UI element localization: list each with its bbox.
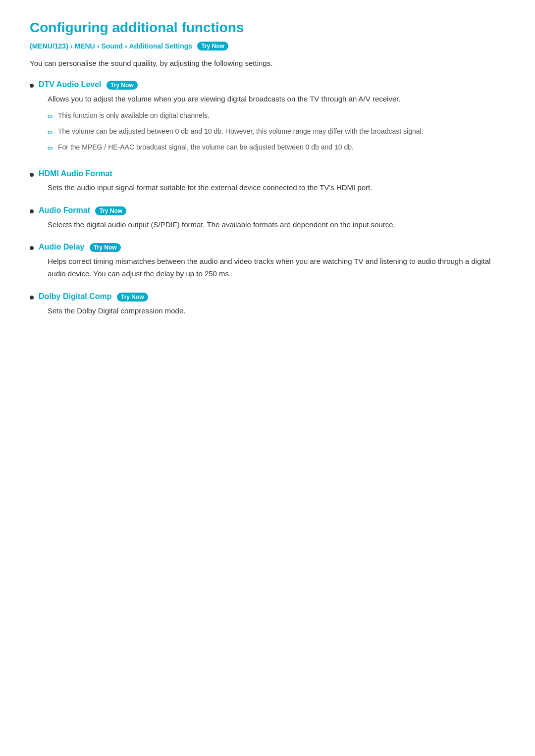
audio-format-try-now[interactable]: Try Now: [95, 206, 126, 215]
section-title-audio-format: Audio Format: [39, 206, 90, 214]
section-title-hdmi-audio-format: HDMI Audio Format: [39, 169, 112, 178]
section-desc-dolby-digital-comp: Sets the Dolby Digital compression mode.: [48, 304, 185, 317]
section-title-dolby-digital-comp: Dolby Digital Comp: [39, 292, 112, 301]
dtv-audio-level-notes: ✏ This function is only available on dig…: [48, 110, 424, 154]
sections-list: DTV Audio Level Try Now Allows you to ad…: [30, 80, 505, 317]
pencil-icon: ✏: [48, 143, 54, 154]
note-text: The volume can be adjusted between 0 db …: [58, 126, 424, 137]
intro-text: You can personalise the sound quaility, …: [30, 57, 505, 69]
note-item: ✏ The volume can be adjusted between 0 d…: [48, 126, 424, 139]
section-desc-hdmi-audio-format: Sets the audio input signal format suita…: [48, 181, 372, 194]
section-hdmi-audio-format: HDMI Audio Format Sets the audio input s…: [30, 169, 505, 194]
note-item: ✏ This function is only available on dig…: [48, 110, 424, 123]
dolby-digital-comp-try-now[interactable]: Try Now: [117, 293, 148, 302]
audio-delay-try-now[interactable]: Try Now: [90, 243, 121, 252]
dtv-audio-level-try-now[interactable]: Try Now: [107, 81, 138, 90]
section-title-audio-delay: Audio Delay: [39, 243, 84, 251]
breadcrumb-sound: Sound: [101, 42, 123, 50]
breadcrumb: (MENU/123) › MENU › Sound › Additional S…: [30, 42, 505, 50]
breadcrumb-try-now-badge[interactable]: Try Now: [197, 42, 228, 50]
breadcrumb-menu: MENU: [74, 42, 95, 50]
note-item: ✏ For the MPEG / HE-AAC broadcast signal…: [48, 142, 424, 154]
bullet-dot: [30, 296, 34, 300]
section-audio-format: Audio Format Try Now Selects the digital…: [30, 206, 505, 231]
bullet-dot: [30, 209, 34, 213]
section-desc-dtv-audio-level: Allows you to adjust the volume when you…: [48, 93, 424, 105]
breadcrumb-menu123: (MENU/123): [30, 42, 68, 50]
breadcrumb-sep1: ›: [70, 42, 73, 50]
page-title: Configuring additional functions: [30, 20, 505, 36]
note-text: This function is only available on digit…: [58, 110, 210, 121]
breadcrumb-sep3: ›: [125, 42, 127, 50]
section-desc-audio-format: Selects the digital audio output (S/PDIF…: [48, 218, 395, 231]
section-dtv-audio-level: DTV Audio Level Try Now Allows you to ad…: [30, 80, 505, 157]
bullet-dot: [30, 173, 34, 177]
breadcrumb-sep2: ›: [97, 42, 100, 50]
pencil-icon: ✏: [48, 111, 54, 123]
note-text: For the MPEG / HE-AAC broadcast signal, …: [58, 142, 354, 152]
bullet-dot: [30, 84, 34, 88]
pencil-icon: ✏: [48, 127, 54, 139]
section-dolby-digital-comp: Dolby Digital Comp Try Now Sets the Dolb…: [30, 292, 505, 317]
section-desc-audio-delay: Helps correct timing mismatches between …: [48, 255, 505, 280]
bullet-dot: [30, 246, 34, 250]
breadcrumb-additional-settings: Additional Settings: [129, 42, 193, 50]
section-title-dtv-audio-level: DTV Audio Level: [39, 80, 102, 89]
section-audio-delay: Audio Delay Try Now Helps correct timing…: [30, 243, 505, 280]
